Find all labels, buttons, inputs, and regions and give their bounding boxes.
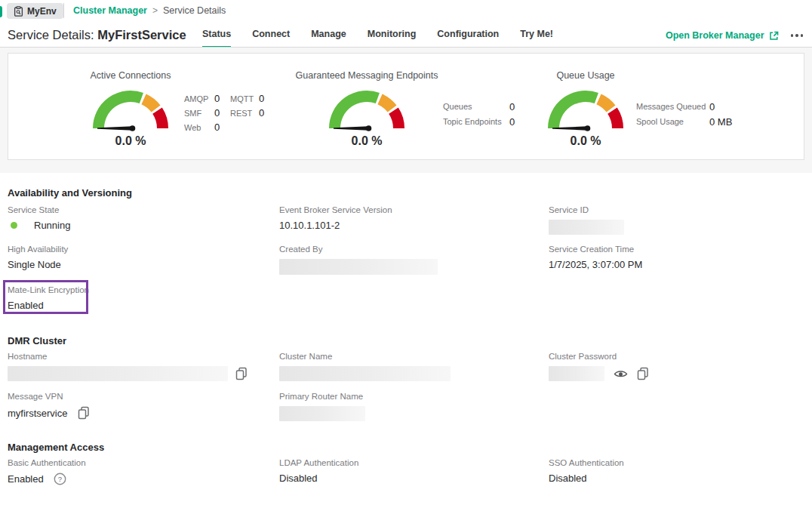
open-broker-manager-link[interactable]: Open Broker Manager	[666, 30, 779, 41]
stat-value: 0 MB	[709, 116, 732, 128]
service-name: MyFirstService	[97, 28, 186, 42]
copy-hostname-button[interactable]	[235, 367, 248, 380]
field-label: Hostname	[8, 352, 248, 361]
field-cluster-name: Cluster Name	[279, 352, 451, 381]
stat-value: 0	[214, 93, 230, 104]
field-hostname: Hostname	[8, 352, 248, 381]
breadcrumb: Cluster Manager > Service Details	[73, 5, 226, 16]
queue-usage-gauge-group: Queue Usage 0.0 % Messages Queued 0 Spoo…	[529, 70, 732, 148]
copy-icon	[637, 367, 649, 380]
field-service-state: Service State Running	[8, 205, 70, 231]
queue-stats: Messages Queued 0 Spool Usage 0 MB	[636, 99, 732, 129]
page-title-prefix: Service Details:	[8, 28, 94, 42]
gauge-percent: 0.0 %	[352, 134, 383, 148]
field-label: Event Broker Service Version	[279, 205, 392, 214]
tab-manage[interactable]: Manage	[311, 29, 346, 48]
field-label: Service ID	[549, 205, 624, 214]
tab-status[interactable]: Status	[202, 29, 231, 48]
field-label: Cluster Password	[549, 352, 649, 361]
stat-value: 0	[259, 93, 264, 104]
show-password-button[interactable]	[614, 369, 628, 379]
field-label: Primary Router Name	[279, 392, 365, 401]
stat-label: Web	[184, 123, 214, 132]
tab-try-me[interactable]: Try Me!	[520, 29, 553, 48]
gauge-dial	[329, 90, 404, 134]
page-title: Service Details: MyFirstService	[8, 28, 186, 42]
external-link-icon	[769, 31, 779, 41]
breadcrumb-separator: >	[152, 5, 158, 16]
stat-value: 0	[709, 101, 732, 112]
tab-monitoring[interactable]: Monitoring	[368, 29, 417, 48]
field-message-vpn: Message VPN myfirstservice	[8, 392, 90, 420]
stat-label: REST	[230, 109, 259, 118]
field-mate-link-encryption: Mate-Link Encryption Enabled	[8, 285, 89, 311]
stat-value: 0	[259, 107, 264, 119]
copy-password-button[interactable]	[637, 367, 649, 380]
redacted-service-id	[549, 220, 624, 235]
redacted-created-by	[279, 259, 438, 275]
breadcrumb-current: Service Details	[163, 5, 226, 16]
running-status-dot	[11, 222, 17, 229]
header-actions: Open Broker Manager	[666, 30, 803, 41]
field-cluster-password: Cluster Password	[549, 352, 649, 381]
section-title-management-access: Management Access	[8, 442, 104, 453]
stat-label: Messages Queued	[636, 102, 709, 111]
breadcrumb-cluster-manager[interactable]: Cluster Manager	[73, 5, 147, 16]
redacted-cluster-password	[549, 366, 604, 381]
gauge-dial	[548, 90, 623, 134]
stat-label: AMQP	[184, 94, 214, 103]
field-created-by: Created By	[279, 245, 438, 275]
field-label: Service State	[8, 205, 70, 214]
field-value: Disabled	[549, 473, 624, 484]
gauge-title: Guaranteed Messaging Endpoints	[296, 70, 438, 81]
gauge-dial	[93, 90, 168, 134]
field-high-availability: High Availability Single Node	[8, 245, 68, 270]
help-icon[interactable]: ?	[54, 473, 66, 485]
tab-connect[interactable]: Connect	[252, 29, 290, 48]
stat-label: Queues	[443, 102, 509, 111]
field-value: 1/7/2025, 3:07:00 PM	[549, 259, 642, 270]
tab-configuration[interactable]: Configuration	[437, 29, 499, 48]
stat-label: SMF	[184, 109, 214, 118]
copy-icon	[235, 367, 248, 380]
environment-chip[interactable]: MyEnv	[7, 3, 63, 19]
gauge-title: Active Connections	[90, 70, 171, 81]
clipboard-icon	[14, 6, 23, 17]
svg-text:?: ?	[58, 475, 62, 483]
field-value: Running	[34, 220, 70, 231]
field-value: myfirstservice	[8, 408, 67, 419]
field-service-id: Service ID	[549, 205, 624, 235]
redacted-hostname	[8, 366, 228, 381]
open-broker-manager-label: Open Broker Manager	[666, 30, 764, 41]
field-label: Service Creation Time	[549, 245, 642, 254]
field-ldap-authentication: LDAP Authentication Disabled	[279, 458, 358, 484]
field-value: Disabled	[279, 473, 358, 484]
section-title-availability: Availability and Versioning	[8, 187, 132, 199]
field-service-version: Event Broker Service Version 10.10.1.101…	[279, 205, 392, 231]
stat-label: Topic Endpoints	[443, 117, 509, 126]
topbar-divider	[63, 3, 64, 18]
status-summary-panel: Active Connections 0.0 % AMQP 0 MQTT 0 S…	[8, 53, 804, 160]
gauge-percent: 0.0 %	[115, 134, 146, 148]
field-creation-time: Service Creation Time 1/7/2025, 3:07:00 …	[549, 245, 642, 270]
stat-value: 0	[509, 101, 515, 112]
field-label: SSO Authentication	[549, 458, 624, 467]
gauge-title: Queue Usage	[556, 70, 614, 81]
gauge-percent: 0.0 %	[571, 134, 601, 148]
stat-value: 0	[214, 107, 230, 119]
tab-bar: Status Connect Manage Monitoring Configu…	[202, 29, 574, 48]
field-basic-authentication: Basic Authentication Enabled ?	[8, 458, 86, 485]
environment-name: MyEnv	[27, 6, 57, 17]
field-label: Created By	[279, 245, 438, 254]
copy-message-vpn-button[interactable]	[78, 406, 90, 420]
eye-icon	[614, 369, 628, 379]
field-value: Single Node	[8, 259, 68, 270]
stat-value: 0	[214, 122, 230, 133]
field-value: Enabled	[8, 300, 89, 311]
field-label: Mate-Link Encryption	[8, 285, 89, 294]
stat-label: MQTT	[230, 94, 259, 103]
more-menu-icon[interactable]	[791, 31, 804, 40]
field-label: LDAP Authentication	[279, 458, 358, 467]
active-connections-gauge-group: Active Connections 0.0 % AMQP 0 MQTT 0 S…	[74, 70, 264, 148]
field-label: Basic Authentication	[8, 458, 86, 467]
